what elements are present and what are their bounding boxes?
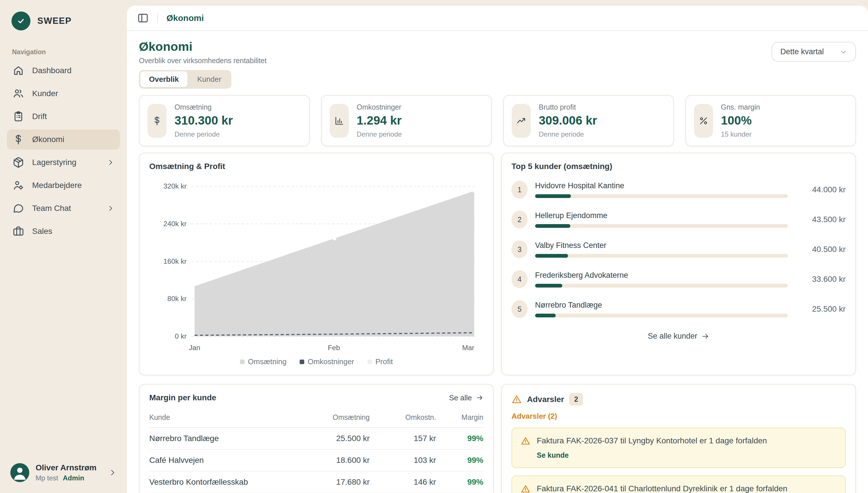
- omsaetning-area: [195, 191, 474, 336]
- alert-item: Faktura FAK-2026-041 til Charlottenlund …: [511, 475, 846, 493]
- sidebar-item-drift[interactable]: Drift: [7, 106, 120, 127]
- clipboard-icon: [13, 111, 24, 122]
- sidebar-item-dashboard[interactable]: Dashboard: [7, 61, 120, 81]
- cell-kunde: Nørrebro Tandlæge: [149, 428, 290, 449]
- see-all-customers-label: Se alle kunder: [648, 332, 698, 341]
- arrow-right-icon: [476, 394, 483, 402]
- arrow-right-icon: [701, 332, 709, 340]
- sidebar-item-sales[interactable]: Sales: [7, 221, 120, 241]
- dollar-icon: [148, 104, 167, 138]
- home-icon: [13, 65, 24, 76]
- see-all-margins-link[interactable]: Se alle: [449, 393, 484, 402]
- cell-omsaetning: 17.680 kr: [290, 471, 370, 493]
- see-customer-link[interactable]: Se kunde: [521, 451, 837, 459]
- col-omkostn: Omkostn.: [370, 411, 436, 428]
- sidebar-item-kunder[interactable]: Kunder: [7, 84, 120, 104]
- brand-logo-circle: [12, 12, 30, 30]
- user-profile[interactable]: Oliver Arnstrøm Mp test Admin: [0, 454, 127, 493]
- users-icon: [13, 88, 24, 99]
- table-header-row: Kunde Omsætning Omkostn. Margin: [149, 411, 483, 428]
- y-tick: 80k kr: [167, 295, 187, 302]
- kpi-gns-margin: Gns. margin 100% 15 kunder: [685, 95, 856, 146]
- sidebar-item-lagerstyring[interactable]: Lagerstyring: [7, 152, 120, 172]
- sidebar-toggle-icon[interactable]: [137, 12, 149, 24]
- rank-badge: 5: [511, 300, 528, 318]
- cell-margin: 99%: [436, 471, 483, 493]
- sidebar-item-label: Lagerstyring: [32, 158, 76, 167]
- customer-row: 1 Hvidovre Hospital Kantine 44.000 kr: [511, 181, 846, 198]
- margin-per-customer-card: Margin per kunde Se alle Kunde: [139, 384, 494, 493]
- legend-label: Profit: [376, 357, 393, 366]
- sidebar-item-label: Drift: [32, 112, 47, 121]
- kpi-omsaetning: Omsætning 310.300 kr Denne periode: [139, 95, 310, 146]
- x-tick: Jan: [189, 344, 200, 351]
- customer-row: 2 Hellerup Ejendomme 43.500 kr: [511, 211, 846, 229]
- period-select[interactable]: Dette kvartal: [771, 42, 856, 62]
- mid-grid: Omsætning & Profit: [139, 153, 856, 376]
- page-title: Økonomi: [139, 40, 267, 53]
- chart-title: Omsætning & Profit: [149, 162, 483, 171]
- top-customers-title: Top 5 kunder (omsætning): [511, 162, 846, 171]
- kpi-value: 1.294 kr: [357, 114, 402, 127]
- customer-value: 40.500 kr: [796, 245, 846, 254]
- sidebar-item-label: Dashboard: [32, 66, 71, 75]
- col-margin: Margin: [436, 411, 483, 428]
- chart-legend: Omsætning Omkostninger Profit: [149, 357, 483, 366]
- cell-kunde: Café Halvvejen: [149, 449, 290, 471]
- y-tick: 240k kr: [163, 220, 187, 228]
- avatar: [10, 463, 29, 482]
- kpi-footnote: Denne periode: [357, 130, 402, 138]
- legend-profit: Profit: [367, 357, 393, 366]
- customer-bar: [535, 194, 788, 198]
- briefcase-icon: [13, 226, 24, 237]
- y-tick: 320k kr: [163, 182, 187, 190]
- customer-bar: [535, 224, 788, 228]
- kpi-footnote: Denne periode: [174, 130, 233, 138]
- bottom-grid: Margin per kunde Se alle Kunde: [139, 384, 856, 493]
- divider: [157, 13, 158, 23]
- view-tabs: Overblik Kunder: [139, 70, 231, 89]
- user-role-badge: Admin: [63, 474, 84, 482]
- table-row: Nørrebro Tandlæge 25.500 kr 157 kr 99%: [149, 428, 483, 449]
- sidebar-item-medarbejdere[interactable]: Medarbejdere: [7, 175, 120, 195]
- rank-badge: 4: [511, 270, 528, 288]
- chevron-down-icon: [839, 48, 847, 56]
- margin-table-title: Margin per kunde: [149, 393, 216, 402]
- sidebar: SWEEP Navigation Dashboard Kunder Drift: [0, 0, 127, 493]
- sidebar-item-label: Team Chat: [32, 204, 71, 213]
- rank-badge: 3: [511, 240, 528, 258]
- revenue-profit-chart-card: Omsætning & Profit: [139, 153, 494, 376]
- cell-omkostn: 146 kr: [370, 471, 436, 493]
- chat-icon: [13, 202, 24, 214]
- col-kunde: Kunde: [149, 411, 290, 428]
- tab-overblik[interactable]: Overblik: [140, 71, 187, 87]
- customer-row: 3 Valby Fitness Center 40.500 kr: [511, 240, 846, 258]
- brand-logo: SWEEP: [0, 0, 127, 40]
- see-all-margins-label: Se alle: [449, 393, 472, 402]
- kpi-footnote: 15 kunder: [721, 130, 760, 138]
- tab-kunder[interactable]: Kunder: [189, 71, 230, 87]
- legend-swatch: [240, 360, 245, 364]
- topbar: Økonomi: [127, 6, 868, 31]
- sidebar-item-team-chat[interactable]: Team Chat: [7, 198, 120, 218]
- customer-name: Valby Fitness Center: [535, 241, 788, 250]
- legend-omkostninger: Omkostninger: [300, 357, 354, 366]
- kpi-label: Omsætning: [174, 103, 233, 111]
- cell-omkostn: 103 kr: [370, 449, 436, 471]
- brand-name: SWEEP: [37, 16, 71, 26]
- cell-omsaetning: 25.500 kr: [290, 428, 370, 449]
- kpi-label: Brutto profit: [539, 103, 597, 111]
- sidebar-item-okonomi[interactable]: Økonomi: [7, 129, 120, 150]
- alert-text: Faktura FAK-2026-041 til Charlottenlund …: [537, 484, 787, 493]
- x-tick: Feb: [328, 344, 340, 351]
- user-name: Oliver Arnstrøm: [36, 463, 102, 472]
- customer-value: 25.500 kr: [796, 304, 846, 314]
- see-all-customers-link[interactable]: Se alle kunder: [511, 332, 846, 341]
- cell-omkostn: 157 kr: [370, 428, 436, 449]
- sidebar-nav: Dashboard Kunder Drift Økonomi: [0, 61, 127, 241]
- margin-table: Kunde Omsætning Omkostn. Margin Nørrebro…: [149, 411, 483, 493]
- customer-name: Hvidovre Hospital Kantine: [535, 181, 788, 190]
- warning-triangle-icon: [521, 484, 530, 493]
- period-select-value: Dette kvartal: [780, 47, 824, 56]
- check-icon: [16, 16, 26, 26]
